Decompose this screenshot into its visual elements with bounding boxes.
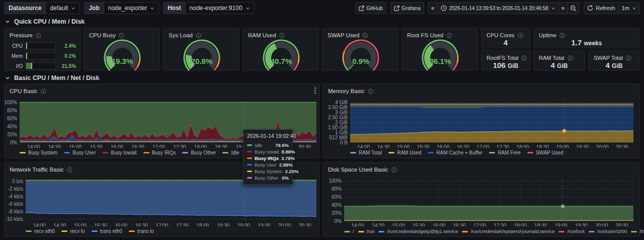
svg-text:15:30: 15:30: [413, 223, 425, 226]
info-icon[interactable]: [36, 33, 41, 38]
github-link-label: GitHub: [366, 5, 383, 11]
legend-label: /: [353, 229, 354, 234]
legend-item[interactable]: /run/lock: [558, 229, 585, 234]
legend-label: trans lo: [137, 228, 154, 234]
legend-dash: [350, 152, 356, 153]
section-quick-cpu-mem-disk[interactable]: Quick CPU / Mem / Disk: [5, 18, 85, 25]
variable-value-dropdown[interactable]: default: [46, 3, 79, 14]
legend-item[interactable]: /tmp: [631, 229, 644, 234]
legend-item[interactable]: Busy System: [20, 150, 57, 155]
refresh-interval-button[interactable]: 1m: [618, 3, 639, 14]
time-shift-forward-button[interactable]: »: [558, 3, 568, 14]
legend-item[interactable]: /: [344, 229, 354, 234]
info-icon[interactable]: [518, 33, 523, 38]
svg-text:15:00: 15:00: [397, 144, 410, 148]
legend-item[interactable]: Busy User: [64, 150, 96, 155]
svg-text:80%: 80%: [7, 108, 17, 113]
legend-label: /run/credentials/getty@tty1.service: [387, 229, 458, 234]
svg-text:4 GiB: 4 GiB: [335, 100, 348, 105]
legend-item[interactable]: trans eth0: [92, 228, 122, 234]
svg-text:-2 kb/s: -2 kb/s: [8, 186, 23, 192]
legend-label: /run: [367, 229, 375, 234]
tooltip-row: Busy User2.88%: [247, 162, 289, 168]
stat-value: 4 GiB: [534, 61, 585, 69]
svg-text:14:00: 14:00: [33, 223, 46, 226]
panel-title: Memory Basic: [328, 88, 365, 94]
panel-menu-icon[interactable]: [314, 87, 316, 96]
svg-text:20:30: 20:30: [298, 144, 311, 148]
legend-item[interactable]: /run: [358, 229, 375, 234]
top-bar: DatasourcedefaultJobnode_exporterHostnod…: [0, 0, 644, 16]
time-range-button[interactable]: 2026-01-14 13:39:53 to 2026-01-14 20:46:…: [437, 3, 558, 14]
legend-item[interactable]: Busy IRQs: [143, 150, 176, 155]
info-icon[interactable]: [41, 89, 46, 94]
legend-dash: [631, 231, 637, 232]
legend-dash: [26, 230, 32, 232]
tooltip-series-value: 79.5%: [275, 142, 289, 148]
legend-item[interactable]: Busy Iowait: [102, 150, 136, 155]
info-icon[interactable]: [67, 167, 72, 173]
legend-item[interactable]: RAM Cache + Buffer: [428, 150, 482, 155]
svg-text:15:00: 15:00: [69, 144, 82, 148]
info-icon[interactable]: [559, 33, 565, 38]
tooltip-series-label: Idle: [255, 142, 273, 148]
legend-dash: [558, 231, 565, 232]
info-icon[interactable]: [362, 33, 368, 38]
svg-text:40.7%: 40.7%: [271, 57, 292, 65]
svg-text:0.9%: 0.9%: [352, 57, 369, 65]
section-title: Quick CPU / Mem / Disk: [14, 18, 85, 25]
info-icon[interactable]: [568, 55, 573, 61]
info-icon[interactable]: [521, 55, 527, 61]
chart-memory-basic[interactable]: 0 B512 MiB1 GiB1.50 GiB2 GiB2.50 GiB3 Gi…: [323, 96, 639, 148]
legend-item[interactable]: trans lo: [129, 228, 154, 234]
zoom-out-button[interactable]: [567, 3, 579, 14]
refresh-button[interactable]: Refresh: [584, 3, 618, 14]
svg-text:14:00: 14:00: [352, 223, 364, 226]
legend-item[interactable]: RAM Total: [350, 150, 382, 155]
pressure-bar: [26, 62, 56, 69]
svg-text:14:00: 14:00: [357, 144, 370, 148]
variable-value-dropdown[interactable]: node-exporter:9100: [186, 3, 254, 14]
info-icon[interactable]: [446, 33, 452, 38]
legend-item[interactable]: /run/credentials/systemd-journald.servic…: [462, 229, 554, 234]
section-basic-cpu-mem-net-disk[interactable]: Basic CPU / Mem / Net / Disk: [5, 74, 100, 82]
svg-text:17:00: 17:00: [473, 223, 486, 226]
panel-sys-load: Sys Load20.8%: [163, 28, 239, 71]
svg-text:36.1%: 36.1%: [430, 57, 451, 65]
legend-item[interactable]: SWAP Used: [527, 150, 564, 155]
pressure-bar-fill: [26, 43, 27, 49]
github-link-button[interactable]: GitHub: [355, 2, 386, 14]
chart-legend: Busy SystemBusy UserBusy IowaitBusy IRQs…: [20, 150, 239, 155]
info-icon[interactable]: [279, 33, 285, 38]
legend-item[interactable]: /run/credentials/getty@tty1.service: [378, 229, 458, 234]
grafana-link-button[interactable]: Grafana: [390, 2, 424, 14]
legend-item[interactable]: Busy Other: [182, 150, 216, 155]
legend-label: /run/user/1000: [597, 229, 627, 234]
panel-root-fs-used: Root FS Used36.1%: [401, 28, 478, 71]
legend-dash: [92, 230, 98, 232]
legend-item[interactable]: RAM Free: [489, 150, 521, 155]
info-icon[interactable]: [196, 33, 201, 38]
panel-title: RootFS Total: [487, 55, 518, 61]
svg-text:100%: 100%: [329, 178, 342, 184]
svg-text:17:30: 17:30: [173, 144, 186, 148]
legend-item[interactable]: RAM Used: [388, 150, 421, 155]
panel-title: CPU Cores: [487, 32, 515, 38]
info-icon[interactable]: [391, 167, 397, 173]
info-icon[interactable]: [119, 33, 124, 38]
clock-icon: [441, 5, 447, 11]
legend-item[interactable]: Idle: [222, 150, 239, 155]
chart-disk-space-used-basic[interactable]: 0%20%40%60%80%100%14:0014:3015:0015:3016…: [323, 175, 639, 226]
time-shift-back-button[interactable]: «: [429, 3, 437, 14]
legend-item[interactable]: /run/user/1000: [589, 229, 627, 234]
info-icon[interactable]: [368, 89, 373, 94]
svg-text:1 GiB: 1 GiB: [335, 130, 348, 135]
legend-item[interactable]: recv eth0: [26, 228, 55, 234]
variable-value-dropdown[interactable]: node_exporter: [104, 3, 158, 14]
info-icon[interactable]: [626, 55, 631, 61]
legend-dash: [182, 152, 188, 153]
svg-text:18:00: 18:00: [514, 223, 527, 226]
svg-text:16:30: 16:30: [131, 144, 144, 148]
legend-item[interactable]: recv lo: [61, 228, 85, 234]
stat-value: 4 GiB: [589, 61, 639, 69]
